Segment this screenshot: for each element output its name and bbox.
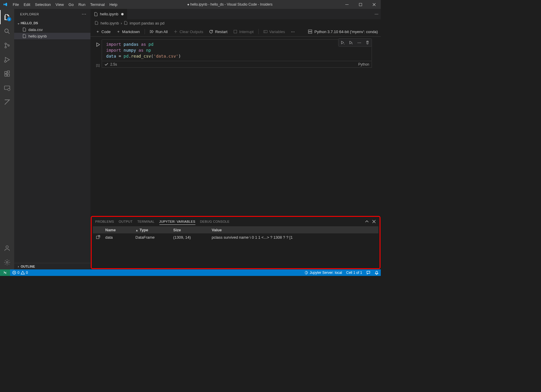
cell-status-bar: 2.5s Python [102,61,372,68]
run-cell-button[interactable] [95,42,100,47]
window-controls [340,0,381,9]
cell-editor[interactable]: import pandas as pd import numpy as np d… [102,39,372,61]
tab-actions[interactable]: ⋯ [372,9,381,19]
panel-maximize-button[interactable] [365,219,369,224]
kw: as [139,48,144,53]
explorer-activity[interactable]: 1 [0,10,14,24]
sidebar-header: EXPLORER ⋯ [14,9,90,19]
breadcrumb-symbol[interactable]: import pandas as pd [130,21,165,25]
restart-button[interactable]: Restart [207,29,230,35]
run-below-button[interactable] [347,39,354,46]
editor-area: hello.ipynb ⋯ hello.ipynb › import panda… [90,9,381,269]
col-type[interactable]: ▲Type [135,228,173,232]
settings-activity[interactable] [0,255,14,269]
chevron-down-icon: ⌄ [16,21,21,25]
cell-position[interactable]: Cell 1 of 1 [344,269,364,276]
search-activity[interactable] [0,24,14,38]
breadcrumb[interactable]: hello.ipynb › import pandas as pd [90,19,381,27]
panel-tab-debug-console[interactable]: DEBUG CONSOLE [200,219,230,225]
bell-icon [375,271,379,275]
svg-point-12 [8,88,10,91]
file-data-csv[interactable]: data.csv [14,26,90,33]
interrupt-button[interactable]: Interrupt [231,29,256,35]
kernel-picker[interactable]: Python 3.7.10 64-bit ('myenv': conda) [308,29,378,34]
menu-file[interactable]: File [10,0,21,9]
label: Variables [269,30,285,34]
cell-more-button[interactable]: ⋯ [356,39,363,46]
col-name[interactable]: Name [103,228,135,232]
extensions-activity[interactable] [0,67,14,81]
menu-go[interactable]: Go [66,0,76,9]
panel-close-button[interactable] [372,219,376,224]
cell-language[interactable]: Python [358,62,369,66]
var-size: (1309, 14) [173,235,212,240]
cell-action-bar: ⋯ [338,38,372,47]
jupyter-activity[interactable] [0,95,14,109]
notifications-button[interactable] [372,269,381,276]
file-icon [93,12,98,17]
id: np [143,48,151,53]
svg-point-6 [4,61,6,62]
scm-activity[interactable] [0,38,14,53]
file-icon [22,34,27,38]
col-value[interactable]: Value [212,228,378,232]
error-icon [12,271,16,275]
add-markdown-button[interactable]: ＋Markdown [114,28,142,35]
errors-warnings[interactable]: 0 0 [10,269,30,276]
debug-activity[interactable] [0,53,14,67]
tab-hello-ipynb[interactable]: hello.ipynb [90,9,127,19]
file-icon [95,21,99,25]
svg-rect-0 [345,4,349,5]
maximize-button[interactable] [354,0,367,9]
menu-view[interactable]: View [53,0,66,9]
feedback-button[interactable] [364,269,372,276]
window-title: ● hello.ipynb - hello_ds - Visual Studio… [120,2,340,6]
file-hello-ipynb[interactable]: hello.ipynb [14,33,90,39]
menu-help[interactable]: Help [107,0,120,9]
clear-outputs-button[interactable]: Clear Outputs [171,29,205,35]
col-size[interactable]: Size [173,228,212,232]
more-icon[interactable]: ⋯ [375,12,378,16]
add-code-button[interactable]: ＋Code [93,28,113,35]
menu-bar: File Edit Selection View Go Run Terminal… [10,0,120,9]
panel-tab-problems[interactable]: PROBLEMS [95,219,114,225]
remote-indicator[interactable] [0,269,10,276]
remote-activity[interactable] [0,81,14,95]
sort-asc-icon: ▲ [135,229,138,232]
cell-gutter: [1] [94,39,102,68]
menu-edit[interactable]: Edit [21,0,33,9]
panel-tab-output[interactable]: OUTPUT [119,219,133,225]
kw: as [141,42,146,47]
tab-label: hello.ipynb [100,12,118,16]
menu-terminal[interactable]: Terminal [88,0,107,9]
code-cell: [1] import pandas as pd import numpy as … [90,38,381,68]
run-all-button[interactable]: Run All [147,29,170,35]
minimize-button[interactable] [340,0,354,9]
menu-run[interactable]: Run [76,0,88,9]
account-activity[interactable] [0,241,14,255]
project-folder[interactable]: ⌄ HELLO_DS [14,20,90,26]
panel-tab-terminal[interactable]: TERMINAL [137,219,155,225]
open-variable-icon[interactable] [93,235,103,240]
label: Restart [215,30,227,34]
label: Jupyter Server: local [310,271,342,275]
menu-selection[interactable]: Selection [33,0,53,9]
file-icon [22,27,27,32]
var-name: data [103,235,135,240]
panel-tab-jupyter-variables[interactable]: JUPYTER: VARIABLES [159,219,195,225]
svg-point-14 [6,261,8,263]
sidebar: EXPLORER ⋯ ⌄ HELLO_DS data.csv hello.ipy… [14,9,90,269]
breadcrumb-file[interactable]: hello.ipynb [101,21,119,25]
id: data [106,54,119,58]
delete-cell-button[interactable] [364,39,371,46]
toolbar-more-button[interactable]: ⋯ [289,29,297,35]
jupyter-server-status[interactable]: Jupyter Server: local [302,269,344,276]
close-button[interactable] [367,0,381,9]
label: Type [140,228,148,232]
outline-section[interactable]: › OUTLINE [14,263,90,269]
run-by-line-button[interactable] [339,39,346,46]
label: Markdown [122,30,140,34]
variables-button[interactable]: Variables [261,29,287,35]
variable-row[interactable]: data DataFrame (1309, 14) pclass survive… [93,233,378,241]
sidebar-more-icon[interactable]: ⋯ [82,11,87,17]
